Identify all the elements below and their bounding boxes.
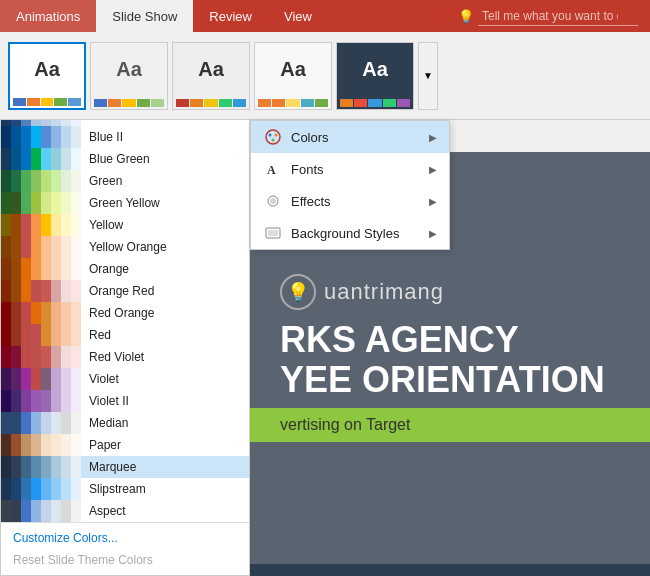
color-swatch	[41, 346, 51, 368]
flyout-colors-label: Colors	[291, 130, 429, 145]
color-swatch	[21, 434, 31, 456]
color-swatch	[51, 434, 61, 456]
color-swatch	[51, 500, 61, 522]
theme-item-1[interactable]: Aa	[8, 42, 86, 110]
svg-point-2	[275, 134, 278, 137]
color-swatch	[31, 258, 41, 280]
slide-title: RKS AGENCY YEE ORIENTATION	[280, 320, 620, 399]
color-swatch	[1, 258, 11, 280]
slide-subtitle-bar: vertising on Target	[250, 408, 650, 442]
color-swatch	[11, 434, 21, 456]
color-swatch	[1, 324, 11, 346]
color-swatch	[41, 368, 51, 390]
color-row[interactable]: Marquee	[1, 456, 249, 478]
color-swatch	[41, 280, 51, 302]
color-row[interactable]: Blue Green	[1, 148, 249, 170]
color-swatch	[71, 214, 81, 236]
color-list: OfficeOffice 2007 - 2010GrayscaleBlue Wa…	[1, 120, 249, 522]
tab-slideshow[interactable]: Slide Show	[96, 0, 193, 32]
color-row[interactable]: Green Yellow	[1, 192, 249, 214]
theme-item-2[interactable]: Aa	[90, 42, 168, 110]
flyout-colors-arrow: ▶	[429, 132, 437, 143]
color-swatch	[51, 324, 61, 346]
themes-scroll-down[interactable]: ▼	[418, 42, 438, 110]
flyout-item-fonts[interactable]: A Fonts ▶	[251, 153, 449, 185]
color-swatch	[1, 280, 11, 302]
flyout-effects-arrow: ▶	[429, 196, 437, 207]
color-swatch	[31, 346, 41, 368]
main-area: OfficeOffice 2007 - 2010GrayscaleBlue Wa…	[0, 120, 650, 576]
color-row[interactable]: Red	[1, 324, 249, 346]
color-swatch	[11, 500, 21, 522]
customize-colors-link[interactable]: Customize Colors...	[9, 527, 241, 549]
color-row[interactable]: Median	[1, 412, 249, 434]
color-row[interactable]: Violet	[1, 368, 249, 390]
color-theme-name: Yellow	[81, 218, 123, 232]
color-swatch	[41, 214, 51, 236]
tab-animations[interactable]: Animations	[0, 0, 96, 32]
color-swatch	[31, 236, 41, 258]
flyout-background-arrow: ▶	[429, 228, 437, 239]
color-swatch	[51, 258, 61, 280]
dropdown-bottom: Customize Colors... Reset Slide Theme Co…	[1, 522, 249, 575]
color-swatch	[11, 214, 21, 236]
color-swatch	[61, 192, 71, 214]
color-swatch	[31, 192, 41, 214]
color-swatch	[71, 500, 81, 522]
color-swatch	[11, 478, 21, 500]
color-row[interactable]: Yellow Orange	[1, 236, 249, 258]
color-swatch	[11, 324, 21, 346]
color-theme-name: Marquee	[81, 460, 136, 474]
color-swatch	[41, 258, 51, 280]
color-swatch	[41, 236, 51, 258]
color-swatch	[1, 412, 11, 434]
color-swatch	[71, 148, 81, 170]
search-input[interactable]	[478, 7, 638, 26]
color-row[interactable]: Green	[1, 170, 249, 192]
color-row[interactable]: Orange Red	[1, 280, 249, 302]
tab-view[interactable]: View	[268, 0, 328, 32]
swatch-group	[1, 258, 81, 280]
color-theme-name: Slipstream	[81, 482, 146, 496]
color-swatch	[61, 412, 71, 434]
theme-item-3[interactable]: Aa	[172, 42, 250, 110]
flyout-item-effects[interactable]: Effects ▶	[251, 185, 449, 217]
color-swatch	[71, 390, 81, 412]
color-row[interactable]: Aspect	[1, 500, 249, 522]
swatch-group	[1, 390, 81, 412]
svg-text:A: A	[267, 163, 276, 177]
color-row[interactable]: Slipstream	[1, 478, 249, 500]
color-row[interactable]: Orange	[1, 258, 249, 280]
color-swatch	[11, 346, 21, 368]
color-swatch	[71, 412, 81, 434]
slide-bottom-bar	[250, 564, 650, 576]
color-swatch	[21, 346, 31, 368]
color-row[interactable]: Blue II	[1, 126, 249, 148]
swatch-group	[1, 412, 81, 434]
color-row[interactable]: Paper	[1, 434, 249, 456]
color-swatch	[41, 192, 51, 214]
theme-item-5[interactable]: Aa	[336, 42, 414, 110]
tab-review[interactable]: Review	[193, 0, 268, 32]
flyout-item-colors[interactable]: Colors ▶	[251, 121, 449, 153]
color-swatch	[11, 148, 21, 170]
color-swatch	[21, 500, 31, 522]
color-swatch	[1, 302, 11, 324]
color-swatch	[41, 170, 51, 192]
flyout-background-label: Background Styles	[291, 226, 429, 241]
color-swatch	[41, 126, 51, 148]
color-theme-name: Blue Green	[81, 152, 150, 166]
color-row[interactable]: Violet II	[1, 390, 249, 412]
color-swatch	[1, 456, 11, 478]
theme-item-4[interactable]: Aa	[254, 42, 332, 110]
color-row[interactable]: Red Violet	[1, 346, 249, 368]
swatch-group	[1, 192, 81, 214]
color-theme-name: Red Orange	[81, 306, 154, 320]
flyout-item-background[interactable]: Background Styles ▶	[251, 217, 449, 249]
color-swatch	[51, 170, 61, 192]
color-row[interactable]: Yellow	[1, 214, 249, 236]
color-theme-name: Green Yellow	[81, 196, 160, 210]
color-swatch	[31, 500, 41, 522]
color-row[interactable]: Red Orange	[1, 302, 249, 324]
color-theme-name: Median	[81, 416, 128, 430]
